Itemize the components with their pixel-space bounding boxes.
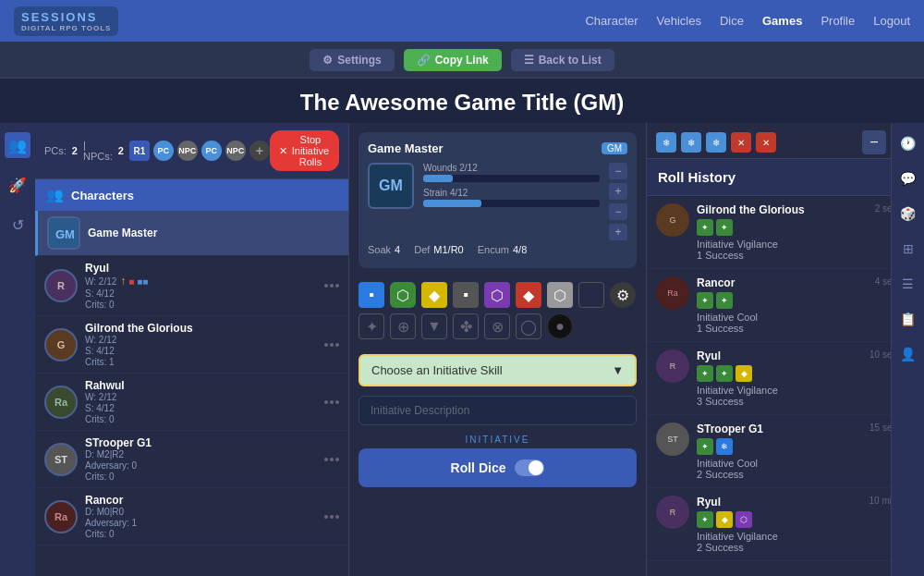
ryul2-roll-info: Ryul ✦ ◆ ⬡ Initiative Vigilance 2 Succes… bbox=[697, 496, 862, 553]
list-icon: ☰ bbox=[524, 54, 534, 67]
roll-dice-button[interactable]: Roll Dice bbox=[359, 448, 637, 487]
die-sym-1[interactable]: ✦ bbox=[359, 313, 384, 339]
right-panel: ❄ ❄ ❄ ✕ ✕ − + Roll History 🕐 G Gilrond t… bbox=[647, 123, 924, 576]
roll-item-strooper2: ST STrooper G1 ✦ ❄ Initiative Cool 2 Suc… bbox=[647, 415, 924, 488]
die-sym-6[interactable]: ◯ bbox=[516, 313, 541, 339]
strooper-roll-info: STrooper G1 ✦ ❄ Initiative Cool 2 Succes… bbox=[697, 423, 862, 480]
die-white[interactable]: ⬡ bbox=[547, 282, 573, 308]
characters-icon: 👥 bbox=[46, 187, 64, 203]
right-icon-grid[interactable]: ⊞ bbox=[895, 236, 921, 262]
main-content: 👥 🚀 ↺ PCs: 2 | NPCs: 2 R1 PC NPC PC NPC … bbox=[0, 123, 924, 576]
nav-dice[interactable]: Dice bbox=[720, 14, 744, 28]
initiative-bar: PCs: 2 | NPCs: 2 R1 PC NPC PC NPC + ✕ St… bbox=[35, 123, 348, 179]
pool-decrease-btn[interactable]: − bbox=[862, 130, 886, 154]
red-die-btn2[interactable]: ✕ bbox=[756, 132, 776, 153]
die-green[interactable]: ⬡ bbox=[390, 282, 416, 308]
pc-token-2[interactable]: PC bbox=[201, 141, 222, 161]
nav-character[interactable]: Character bbox=[585, 14, 638, 28]
right-icon-list[interactable]: ☰ bbox=[895, 271, 921, 297]
die-special[interactable]: ⚙ bbox=[610, 282, 636, 308]
character-item-strooper[interactable]: ST STrooper G1 D: M2|R2 Adversary: 0 Cri… bbox=[35, 431, 348, 488]
nav-profile[interactable]: Profile bbox=[821, 14, 855, 28]
rancor-roll-info: Rancor ✦ ✦ Initiative Cool 1 Success bbox=[697, 276, 868, 334]
sidebar-icon-rocket[interactable]: 🚀 bbox=[5, 172, 30, 198]
rahwul-menu[interactable] bbox=[324, 400, 339, 404]
page-title: The Awesome Game Title (GM) bbox=[0, 79, 924, 123]
sidebar-icon-characters[interactable]: 👥 bbox=[5, 132, 30, 158]
character-item-gilrond[interactable]: G Gilrond the Glorious W: 2/12 S: 4/12 C… bbox=[35, 316, 348, 374]
wounds-increase-btn[interactable]: + bbox=[609, 183, 627, 200]
rahwul-info: Rahwul W: 2/12 S: 4/12 Crits: 0 bbox=[85, 379, 317, 424]
die-sym-2[interactable]: ⊕ bbox=[390, 313, 416, 339]
wounds-bar: Wounds 2/12 bbox=[423, 163, 600, 182]
npc-token-1[interactable]: NPC bbox=[177, 141, 198, 161]
blue-die-btn2[interactable]: ❄ bbox=[681, 132, 701, 153]
wounds-decrease-btn[interactable]: − bbox=[609, 163, 627, 179]
die-sym-7[interactable]: ● bbox=[547, 313, 573, 339]
add-token[interactable]: + bbox=[249, 141, 270, 161]
stat-controls: − + − + bbox=[609, 163, 627, 240]
strooper-menu[interactable] bbox=[324, 458, 339, 461]
npc-token-2[interactable]: NPC bbox=[225, 141, 246, 161]
die-blue[interactable]: ▪ bbox=[359, 282, 384, 308]
gilrond-menu[interactable] bbox=[324, 343, 339, 347]
character-item-rancor[interactable]: Ra Rancor D: M0|R0 Adversary: 1 Crits: 0 bbox=[35, 488, 348, 545]
header: SESSIONS DIGITAL RPG TOOLS Character Veh… bbox=[0, 0, 924, 42]
right-side-icons: 🕐 💬 🎲 ⊞ ☰ 📋 👤 bbox=[891, 123, 924, 576]
middle-panel: Game Master GM GM Wounds 2/12 Strain 4/1… bbox=[349, 123, 647, 576]
result-die-8: ✦ bbox=[697, 438, 713, 455]
roll-toggle[interactable] bbox=[515, 460, 544, 476]
copy-link-button[interactable]: 🔗 Copy Link bbox=[404, 49, 502, 71]
ryul-skill: Initiative Vigilance bbox=[697, 385, 862, 396]
ryul2-result: 2 Success bbox=[697, 542, 862, 553]
die-outline-1[interactable] bbox=[578, 282, 604, 308]
die-yellow[interactable]: ◆ bbox=[421, 282, 447, 308]
result-die-7: ◆ bbox=[736, 365, 752, 382]
toolbar: ⚙ Settings 🔗 Copy Link ☰ Back to List bbox=[0, 42, 924, 79]
back-to-list-button[interactable]: ☰ Back to List bbox=[511, 49, 614, 71]
red-die-btn[interactable]: ✕ bbox=[731, 132, 751, 153]
ryul-menu[interactable] bbox=[324, 284, 339, 288]
settings-button[interactable]: ⚙ Settings bbox=[310, 49, 394, 71]
blue-die-btn3[interactable]: ❄ bbox=[706, 132, 726, 153]
right-icon-history[interactable]: 🕐 bbox=[895, 130, 921, 156]
die-sym-3[interactable]: ▼ bbox=[421, 313, 447, 339]
strain-decrease-btn[interactable]: − bbox=[609, 203, 627, 220]
initiative-description[interactable]: Initiative Description bbox=[359, 396, 637, 425]
right-icon-dice[interactable]: 🎲 bbox=[895, 201, 921, 227]
die-gray[interactable]: ▪ bbox=[453, 282, 479, 308]
logo-area: SESSIONS DIGITAL RPG TOOLS bbox=[14, 6, 118, 36]
die-red[interactable]: ◆ bbox=[516, 282, 541, 308]
gilrond-skill: Initiative Vigilance bbox=[697, 239, 868, 250]
die-purple[interactable]: ⬡ bbox=[484, 282, 510, 308]
blue-die-btn[interactable]: ❄ bbox=[656, 132, 676, 153]
rancor-menu[interactable] bbox=[324, 515, 339, 519]
strain-bar: Strain 4/12 bbox=[423, 188, 600, 207]
gm-avatar: GM bbox=[47, 216, 80, 250]
roll-history-header: Roll History 🕐 bbox=[647, 159, 924, 196]
right-icon-chat[interactable]: 💬 bbox=[895, 165, 921, 191]
chevron-down-icon: ▼ bbox=[612, 363, 624, 377]
toggle-knob bbox=[529, 460, 543, 475]
roll-history-list: G Gilrond the Glorious ✦ ✦ Initiative Vi… bbox=[647, 196, 924, 576]
ryul-dice-result: ✦ ✦ ◆ bbox=[697, 365, 862, 382]
character-item-gm[interactable]: GM Game Master bbox=[35, 211, 348, 256]
right-icon-user[interactable]: 👤 bbox=[895, 341, 921, 367]
ryul-roll-avatar: R bbox=[656, 349, 689, 383]
stop-initiative-button[interactable]: ✕ Stop Initiative Rolls bbox=[270, 130, 339, 171]
nav-vehicles[interactable]: Vehicles bbox=[657, 14, 701, 28]
nav-logout[interactable]: Logout bbox=[873, 14, 910, 28]
die-sym-4[interactable]: ✤ bbox=[453, 313, 479, 339]
die-sym-5[interactable]: ⊗ bbox=[484, 313, 510, 339]
pc-token-1[interactable]: PC bbox=[153, 141, 174, 161]
rahwul-avatar: Ra bbox=[44, 386, 78, 419]
initiative-skill-dropdown[interactable]: Choose an Initiative Skill ▼ bbox=[359, 354, 637, 386]
link-icon: 🔗 bbox=[417, 54, 431, 67]
sidebar-icon-refresh[interactable]: ↺ bbox=[5, 212, 30, 238]
nav-games[interactable]: Games bbox=[762, 14, 802, 28]
strain-increase-btn[interactable]: + bbox=[609, 224, 627, 240]
character-item-rahwul[interactable]: Ra Rahwul W: 2/12 S: 4/12 Crits: 0 bbox=[35, 374, 348, 431]
character-item-ryul[interactable]: R Ryul W: 2/12 ↑ ■ ■■ S: 4/12 bbox=[35, 256, 348, 316]
rancor-dice-result: ✦ ✦ bbox=[697, 292, 868, 309]
right-icon-note[interactable]: 📋 bbox=[895, 306, 921, 332]
